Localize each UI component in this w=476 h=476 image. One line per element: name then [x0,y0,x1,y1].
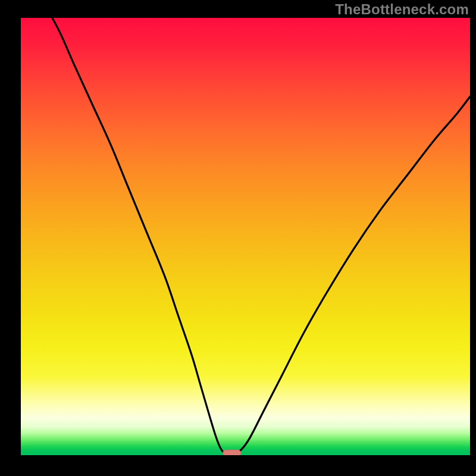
bottleneck-curve [21,18,470,455]
curve-path [52,18,470,453]
watermark-text: TheBottleneck.com [335,1,469,18]
optimum-marker [223,450,241,455]
plot-area [21,18,470,455]
chart-frame: TheBottleneck.com [0,0,476,476]
